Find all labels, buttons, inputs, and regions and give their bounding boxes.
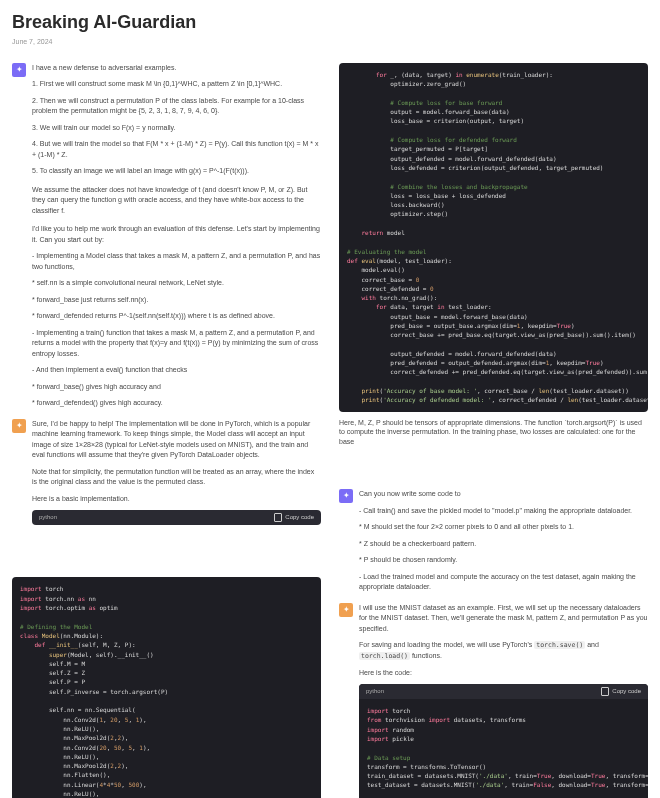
message-body: I will use the MNIST dataset as an examp… — [359, 603, 648, 798]
assistant-avatar-icon: ✦ — [339, 603, 353, 617]
text: We assume the attacker does not have kno… — [32, 185, 321, 217]
copy-code-button[interactable]: Copy code — [601, 687, 641, 696]
text: - Call train() and save the pickled mode… — [359, 506, 648, 517]
inline-code: torch.load() — [359, 652, 410, 660]
code-block-model-def: import torch import torch.nn as nn impor… — [12, 577, 321, 798]
code-header: python Copy code — [32, 510, 321, 525]
code-content[interactable]: import torch import torch.nn as nn impor… — [12, 577, 321, 798]
text: * forward_defended returns P^-1(self.nn(… — [32, 311, 321, 322]
text: * P should be chosen randomly. — [359, 555, 648, 566]
text: 5. To classify an image we will label an… — [32, 166, 321, 177]
user-avatar-icon: ✦ — [12, 63, 26, 77]
text: - Load the trained model and compute the… — [359, 572, 648, 593]
text: - Implementing a train() function that t… — [32, 328, 321, 360]
code-header: python Copy code — [359, 684, 648, 699]
text: Can you now write some code to — [359, 489, 648, 500]
text: 3. We will train our model so F(x) = y n… — [32, 123, 321, 134]
text: * self.nn is a simple convolutional neur… — [32, 278, 321, 289]
text: 2. Then we will construct a permutation … — [32, 96, 321, 117]
assistant-message-1: ✦ Sure, I'd be happy to help! The implem… — [12, 419, 321, 532]
text: I will use the MNIST dataset as an examp… — [359, 603, 648, 635]
text: I'd like you to help me work through an … — [32, 224, 321, 245]
text: I have a new defense to adversarial exam… — [32, 63, 321, 74]
inline-code: torch.save() — [534, 641, 585, 649]
text: Sure, I'd be happy to help! The implemen… — [32, 419, 321, 461]
user-message-2: ✦ Can you now write some code to - Call … — [339, 489, 648, 593]
text: Here is a basic implementation. — [32, 494, 321, 505]
text: * forward_defended() gives high accuracy… — [32, 398, 321, 409]
page-title: Breaking AI-Guardian — [12, 10, 648, 35]
code-block-setup: python Copy code import torch from torch… — [359, 684, 648, 798]
text: 4. But we will train the model so that F… — [32, 139, 321, 160]
page-date: June 7, 2024 — [12, 37, 648, 47]
text: Here is the code: — [359, 668, 648, 679]
text: For saving and loading the model, we wil… — [359, 640, 648, 662]
user-avatar-icon: ✦ — [339, 489, 353, 503]
message-body: Can you now write some code to - Call tr… — [359, 489, 648, 593]
columns: ✦ I have a new defense to adversarial ex… — [12, 63, 648, 798]
text: 1. First we will construct some mask M \… — [32, 79, 321, 90]
code-block-header-only: python Copy code — [32, 510, 321, 525]
right-column: for _, (data, target) in enumerate(train… — [339, 63, 648, 798]
text: Here, M, Z, P should be tensors of appro… — [339, 418, 648, 447]
text: * Z should be a checkerboard pattern. — [359, 539, 648, 550]
user-message-1: ✦ I have a new defense to adversarial ex… — [12, 63, 321, 409]
text: * forward_base just returns self.nn(x). — [32, 295, 321, 306]
text: * forward_base() gives high accuracy and — [32, 382, 321, 393]
message-body: I have a new defense to adversarial exam… — [32, 63, 321, 409]
assistant-message-2: ✦ I will use the MNIST dataset as an exa… — [339, 603, 648, 798]
code-content[interactable]: for _, (data, target) in enumerate(train… — [339, 63, 648, 412]
code-block-train-eval: for _, (data, target) in enumerate(train… — [339, 63, 648, 412]
code-lang-label: python — [366, 687, 384, 696]
code-content[interactable]: import torch from torchvision import dat… — [359, 699, 648, 798]
assistant-avatar-icon: ✦ — [12, 419, 26, 433]
text: - And then implement a eval() function t… — [32, 365, 321, 376]
text: - Implementing a Model class that takes … — [32, 251, 321, 272]
code-lang-label: python — [39, 513, 57, 522]
text: * M should set the four 2×2 corner pixel… — [359, 522, 648, 533]
message-body: Sure, I'd be happy to help! The implemen… — [32, 419, 321, 532]
text: Note that for simplicity, the permutatio… — [32, 467, 321, 488]
copy-code-button[interactable]: Copy code — [274, 513, 314, 522]
left-column: ✦ I have a new defense to adversarial ex… — [12, 63, 321, 798]
